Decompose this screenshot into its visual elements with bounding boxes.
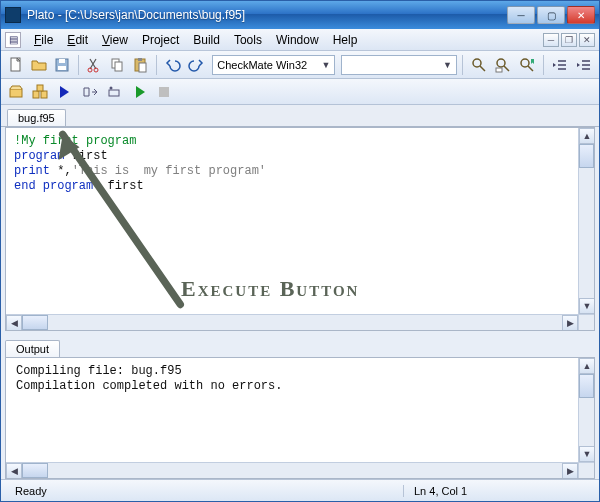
menu-window[interactable]: Window	[269, 31, 326, 49]
editor-pane: !My first program program first print *,…	[5, 127, 595, 331]
output-text[interactable]: Compiling file: bug.f95 Compilation comp…	[6, 358, 594, 400]
copy-button[interactable]	[107, 54, 128, 76]
svg-rect-13	[496, 68, 502, 72]
run-debug-button[interactable]	[129, 81, 151, 103]
build-config-label: CheckMate Win32	[217, 59, 307, 71]
stop-button[interactable]	[153, 81, 175, 103]
document-system-icon[interactable]: ▤	[5, 32, 21, 48]
execute-button[interactable]	[53, 81, 75, 103]
scroll-up-icon[interactable]: ▲	[579, 128, 594, 144]
new-file-button[interactable]	[5, 54, 26, 76]
menubar: ▤ File Edit View Project Build Tools Win…	[1, 29, 599, 51]
maximize-button[interactable]: ▢	[537, 6, 565, 24]
svg-rect-7	[115, 62, 122, 71]
svg-rect-9	[138, 58, 142, 61]
code-keyword: end program	[14, 179, 93, 193]
editor-tab-strip: bug.f95	[1, 105, 599, 127]
target-combo[interactable]: ▼	[341, 55, 456, 75]
mdi-close-button[interactable]: ✕	[579, 33, 595, 47]
editor-hscrollbar[interactable]: ◀ ▶	[6, 314, 578, 330]
statusbar: Ready Ln 4, Col 1	[1, 479, 599, 501]
redo-button[interactable]	[185, 54, 206, 76]
toolbar-main: CheckMate Win32 ▼ ▼	[1, 51, 599, 79]
window-title: Plato - [C:\Users\jan\Documents\bug.f95]	[27, 8, 507, 22]
code-string: 'This is my first program'	[72, 164, 266, 178]
scroll-down-icon[interactable]: ▼	[579, 298, 594, 314]
svg-rect-17	[41, 91, 47, 98]
annotation-label: Execute Button	[181, 276, 359, 302]
menu-build[interactable]: Build	[186, 31, 227, 49]
scroll-thumb[interactable]	[22, 315, 48, 330]
output-tab[interactable]: Output	[5, 340, 60, 357]
find-in-files-button[interactable]	[492, 54, 514, 76]
scroll-up-icon[interactable]: ▲	[579, 358, 595, 374]
status-cursor-position: Ln 4, Col 1	[403, 485, 533, 497]
build-config-combo[interactable]: CheckMate Win32 ▼	[212, 55, 335, 75]
svg-rect-15	[10, 89, 22, 97]
scroll-right-icon[interactable]: ▶	[562, 315, 578, 330]
editor-tab-bug[interactable]: bug.f95	[7, 109, 66, 126]
cut-button[interactable]	[83, 54, 104, 76]
menu-edit[interactable]: Edit	[60, 31, 95, 49]
scroll-left-icon[interactable]: ◀	[6, 315, 22, 330]
svg-rect-3	[59, 59, 65, 63]
output-pane: Output Compiling file: bug.f95 Compilati…	[5, 335, 595, 479]
find-button[interactable]	[468, 54, 490, 76]
step-into-button[interactable]	[79, 81, 101, 103]
code-keyword: print	[14, 164, 57, 178]
svg-rect-21	[159, 87, 169, 97]
scroll-corner	[578, 462, 594, 478]
svg-rect-10	[139, 63, 146, 72]
app-icon	[5, 7, 21, 23]
menu-project[interactable]: Project	[135, 31, 186, 49]
menu-tools[interactable]: Tools	[227, 31, 269, 49]
status-ready: Ready	[7, 485, 55, 497]
output-vscrollbar[interactable]: ▲ ▼	[578, 358, 594, 462]
output-hscrollbar[interactable]: ◀ ▶	[6, 462, 578, 478]
open-file-button[interactable]	[28, 54, 49, 76]
mdi-minimize-button[interactable]: ─	[543, 33, 559, 47]
compile-button[interactable]	[5, 81, 27, 103]
scroll-corner	[578, 314, 594, 330]
menu-file[interactable]: File	[27, 31, 60, 49]
menu-help[interactable]: Help	[326, 31, 365, 49]
scroll-thumb[interactable]	[579, 144, 594, 168]
step-over-button[interactable]	[103, 81, 125, 103]
chevron-down-icon: ▼	[322, 60, 331, 70]
svg-point-20	[110, 86, 113, 89]
toolbar-build	[1, 79, 599, 105]
build-button[interactable]	[29, 81, 51, 103]
scroll-thumb[interactable]	[22, 463, 48, 478]
bookmarks-button[interactable]	[516, 54, 538, 76]
outdent-button[interactable]	[549, 54, 571, 76]
mdi-restore-button[interactable]: ❐	[561, 33, 577, 47]
close-button[interactable]: ✕	[567, 6, 595, 24]
paste-button[interactable]	[130, 54, 151, 76]
svg-rect-18	[37, 85, 43, 91]
scroll-thumb[interactable]	[579, 374, 594, 398]
app-window: Plato - [C:\Users\jan\Documents\bug.f95]…	[0, 0, 600, 502]
svg-point-14	[521, 59, 529, 67]
svg-point-11	[473, 59, 481, 67]
scroll-left-icon[interactable]: ◀	[6, 463, 22, 479]
code-comment: !My first program	[14, 134, 136, 148]
chevron-down-icon: ▼	[443, 60, 452, 70]
minimize-button[interactable]: ─	[507, 6, 535, 24]
scroll-right-icon[interactable]: ▶	[562, 463, 578, 479]
code-editor[interactable]: !My first program program first print *,…	[6, 128, 594, 200]
code-keyword: program	[14, 149, 72, 163]
menu-view[interactable]: View	[95, 31, 135, 49]
svg-point-12	[497, 59, 505, 67]
save-button[interactable]	[51, 54, 72, 76]
scroll-down-icon[interactable]: ▼	[579, 446, 595, 462]
titlebar: Plato - [C:\Users\jan\Documents\bug.f95]…	[1, 1, 599, 29]
undo-button[interactable]	[162, 54, 183, 76]
indent-button[interactable]	[573, 54, 595, 76]
svg-rect-2	[58, 66, 66, 70]
svg-rect-19	[109, 90, 119, 96]
editor-vscrollbar[interactable]: ▲ ▼	[578, 128, 594, 314]
svg-rect-16	[33, 91, 39, 98]
